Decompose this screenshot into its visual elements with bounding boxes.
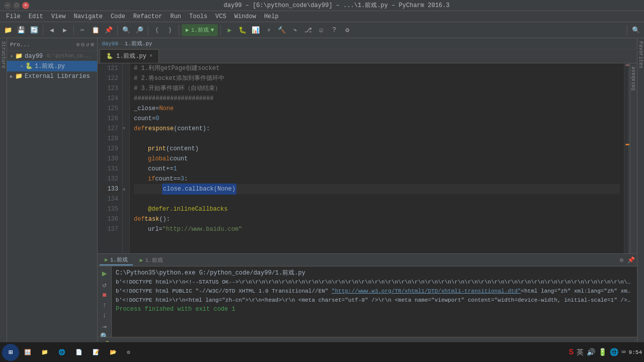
toolbar-back[interactable]: ◀ [46, 24, 58, 36]
toolbar-run-button[interactable]: ▶ [223, 24, 235, 36]
toolbar-prev-occurrence[interactable]: ⟨ [151, 24, 163, 36]
tree-settings-icon[interactable]: ⚙ [76, 41, 80, 48]
tray-battery[interactable]: 🔋 [598, 348, 607, 356]
editor-scrollbar-right[interactable] [624, 63, 630, 253]
tree-item-file[interactable]: ▾ 🐍 1.前戏.py [7, 61, 97, 71]
toolbar-settings[interactable]: ⚙ [341, 24, 353, 36]
code-area[interactable]: # 1.利用getPage创建socket # 2.将socket添加到事件循环… [130, 63, 624, 253]
code-137-url: url [148, 224, 159, 234]
code-127-def: def [134, 124, 145, 134]
toolbar-sync[interactable]: 🔄 [28, 24, 40, 36]
window-title: day99 – [G:\python_code\day99] – ...\1.前… [33, 1, 640, 10]
run-tab-2[interactable]: ▶ 1.前戏 [135, 255, 168, 265]
toolbar-paste[interactable]: 📌 [103, 24, 115, 36]
run-pin-button[interactable]: 📌 [627, 256, 635, 264]
run-play-button[interactable]: ▶ [100, 268, 110, 279]
run-scroll-down-button[interactable]: ↓ [100, 311, 110, 319]
toolbar-tasks[interactable]: ☑ [315, 24, 327, 36]
run-wrap-button[interactable]: ⇥ [100, 321, 110, 331]
menu-run[interactable]: Run [166, 12, 185, 21]
menu-help[interactable]: Help [260, 12, 283, 21]
tree-refresh-icon[interactable]: ↺ [86, 41, 90, 48]
favorites-label[interactable]: Favorites [637, 38, 644, 71]
minimize-button[interactable]: ─ [4, 2, 11, 9]
gutter-131 [123, 164, 129, 174]
code-line-132: if count == 3 : [134, 174, 620, 184]
toolbar-step-over[interactable]: ↷ [289, 24, 301, 36]
tray-wifi[interactable]: 🌐 [610, 348, 618, 356]
toolbar-forward[interactable]: ▶ [59, 24, 71, 36]
code-137-str: "http://www.baidu.com" [163, 224, 242, 234]
menu-refactor[interactable]: Refactor [129, 12, 167, 21]
close-button[interactable]: × [22, 2, 29, 9]
run-stop-button[interactable]: ■ [100, 291, 110, 299]
line-132: 132 [102, 174, 118, 184]
tray-en[interactable]: 英 [577, 348, 584, 357]
database-label[interactable]: Database [630, 63, 637, 94]
tray-sound[interactable]: 🔊 [587, 348, 595, 356]
run-command-text: C:\Python35\python.exe G:/python_code/da… [116, 269, 305, 277]
code-136-def: def [134, 214, 145, 224]
breadcrumb-day99[interactable]: day99 [102, 41, 118, 47]
tree-label-ext: External Libraries [25, 73, 90, 80]
toolbar-replace[interactable]: 🔎 [133, 24, 145, 36]
toolbar-build[interactable]: 🔨 [276, 24, 288, 36]
code-122-cmt: # 2.将socket添加到事件循环中 [134, 73, 224, 83]
toolbar-profile[interactable]: ⚡ [263, 24, 275, 36]
start-button[interactable]: ⊞ [2, 344, 19, 361]
menu-edit[interactable]: Edit [25, 12, 47, 21]
code-126-eq: = [152, 114, 155, 124]
tree-arrow-ext: ▶ [10, 73, 13, 79]
document-icon: 📄 [75, 349, 83, 355]
toolbar-coverage[interactable]: 📊 [250, 24, 262, 36]
toolbar-next-occurrence[interactable]: ⟩ [164, 24, 176, 36]
code-line-136: def task (): [134, 214, 620, 224]
run-rerun-button[interactable]: ↺ [100, 281, 110, 289]
code-123-cmt: # 3.开始事件循环（自动结束） [134, 83, 221, 94]
toolbar-run-config[interactable]: ▶ 1.前戏 ▼ [182, 24, 218, 36]
menu-file[interactable]: File [2, 12, 25, 21]
toolbar-open-project[interactable]: 📁 [2, 24, 14, 36]
toolbar-copy[interactable]: 📋 [90, 24, 102, 36]
toolbar-find[interactable]: 🔍 [120, 24, 132, 36]
toolbar-save[interactable]: 💾 [15, 24, 27, 36]
breadcrumb-file[interactable]: 1.前戏.py [125, 40, 152, 47]
structure-label[interactable]: Structure [0, 38, 7, 71]
toolbar-cut[interactable]: ✂ [76, 24, 89, 36]
menu-navigate[interactable]: Navigate [69, 12, 107, 21]
taskbar-document[interactable]: 📄 [70, 344, 88, 361]
tab-1-file[interactable]: 🐍 1.前戏.py × [100, 49, 159, 63]
taskbar-folder[interactable]: 📁 [36, 344, 53, 361]
tree-item-day99[interactable]: ▾ 📁 day99 G:\python_co... [7, 51, 97, 61]
code-131-op: += [166, 164, 173, 174]
gutter-127: ▼ [123, 124, 129, 134]
maximize-button[interactable]: □ [13, 2, 20, 9]
run-scroll-up-button[interactable]: ↑ [100, 301, 110, 309]
toolbar-help[interactable]: ? [328, 24, 340, 36]
tree-collapse-icon[interactable]: ⊟ [81, 41, 85, 48]
tab-close-button[interactable]: × [149, 53, 152, 59]
menu-window[interactable]: Window [230, 12, 260, 21]
run-tab-1[interactable]: ▶ 1.前戏 [100, 255, 133, 265]
taskbar-file-explorer[interactable]: 🪟 [19, 344, 36, 361]
taskbar-clock[interactable]: 9:54 [629, 349, 642, 355]
toolbar-vcs[interactable]: ⎇ [302, 24, 314, 36]
code-line-133: close.callback(None) [134, 184, 620, 194]
taskbar-explorer2[interactable]: 📂 [105, 344, 122, 361]
tree-layout-icon[interactable]: ⊞ [91, 41, 94, 48]
taskbar-settings[interactable]: ⚙ [122, 344, 135, 361]
gutter-129 [123, 144, 129, 154]
menu-view[interactable]: View [47, 12, 70, 21]
taskbar-browser[interactable]: 🌐 [53, 344, 70, 361]
tray-keyboard[interactable]: ⌨ [621, 348, 625, 356]
taskbar-word[interactable]: 📝 [88, 344, 105, 361]
menu-code[interactable]: Code [107, 12, 129, 21]
search-everywhere-button[interactable]: 🔍 [630, 24, 642, 36]
run-filter-button[interactable]: 🔍 [100, 331, 110, 337]
toolbar-debug[interactable]: 🐛 [236, 24, 249, 36]
tray-sougou[interactable]: S [569, 348, 574, 357]
menu-tools[interactable]: Tools [185, 12, 211, 21]
run-settings-button[interactable]: ⚙ [620, 256, 623, 264]
tree-item-external-libs[interactable]: ▶ 📁 External Libraries [7, 71, 97, 81]
menu-vcs[interactable]: VCS [211, 12, 230, 21]
